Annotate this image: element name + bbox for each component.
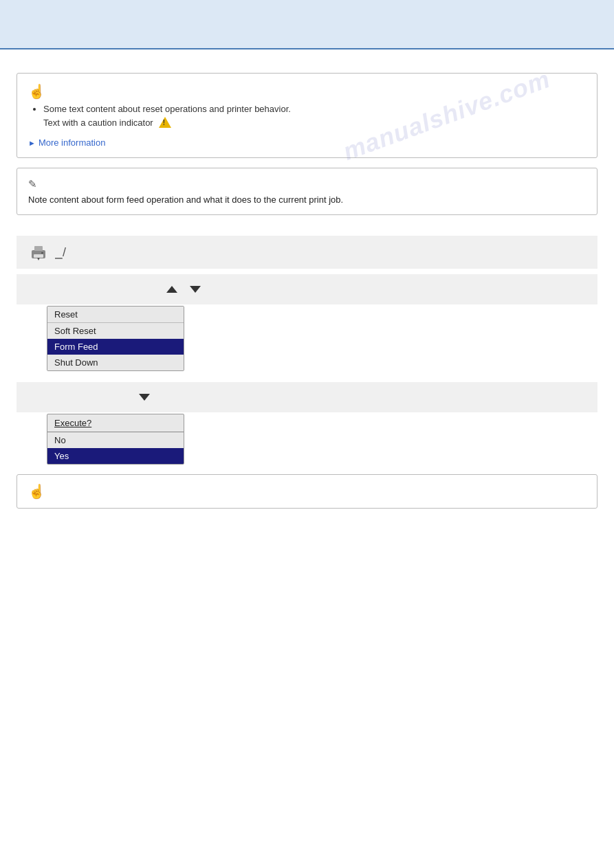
main-content: ☝ Some text content about reset operatio…: [0, 49, 614, 509]
notice-list: Some text content about reset operations…: [43, 104, 586, 128]
notice-box-1: ☝ Some text content about reset operatio…: [17, 73, 597, 158]
gap-2: [17, 269, 597, 274]
svg-marker-4: [37, 258, 40, 260]
menu-item-form-feed[interactable]: Form Feed: [47, 339, 184, 355]
edit-icon: ✎: [28, 178, 586, 190]
menu-title: Reset: [47, 307, 184, 323]
section-gap-1: [17, 225, 597, 236]
notice-link[interactable]: ► More information: [28, 137, 105, 148]
printer-icon: [29, 243, 48, 262]
dialog-item-no[interactable]: No: [47, 432, 184, 448]
menu-item-shut-down[interactable]: Shut Down: [47, 355, 184, 370]
step-1-section: ⎯/: [17, 236, 597, 269]
reset-menu: Reset Soft Reset Form Feed Shut Down: [47, 306, 184, 371]
warning-triangle-icon: [159, 117, 171, 128]
notice-item-1: Some text content about reset operations…: [43, 104, 586, 114]
link-arrow-icon: ►: [28, 139, 36, 147]
arrows-row: [29, 286, 201, 293]
arrow-up-icon: [166, 286, 177, 293]
hand-icon-bottom: ☝: [28, 484, 45, 499]
dialog-title: Execute?: [47, 414, 184, 432]
hand-icon-1: ☝: [28, 83, 586, 100]
step-1-icons: ⎯/: [29, 243, 66, 262]
bottom-notice-box: ☝: [17, 474, 597, 509]
menu-item-soft-reset[interactable]: Soft Reset: [47, 323, 184, 339]
notice-item-2: Text with a caution indicator: [43, 117, 586, 128]
dialog-item-yes[interactable]: Yes: [47, 448, 184, 464]
arrow-down-confirm-icon: [139, 394, 150, 401]
pencil-icon: ⎯/: [55, 245, 66, 260]
step-2-section: [17, 274, 597, 304]
svg-rect-1: [34, 246, 43, 251]
svg-rect-2: [34, 254, 43, 258]
confirm-arrow-row: [29, 392, 150, 403]
svg-rect-3: [41, 252, 43, 254]
execute-dialog: Execute? No Yes: [47, 414, 184, 465]
arrow-down-icon: [190, 286, 201, 293]
notice-box-2-content: Note content about form feed operation a…: [28, 194, 343, 205]
step-3-section: [17, 382, 597, 412]
gap-3: [17, 374, 597, 382]
header-bar: [0, 0, 614, 49]
notice-box-2: ✎ Note content about form feed operation…: [17, 168, 597, 215]
